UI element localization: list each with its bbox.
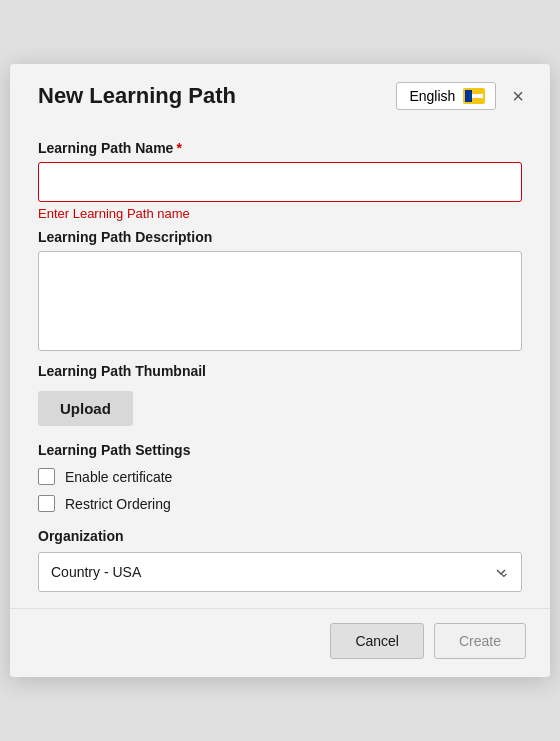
close-button[interactable]: × xyxy=(506,83,530,110)
required-marker: * xyxy=(176,140,181,156)
language-button[interactable]: English xyxy=(396,82,496,110)
restrict-ordering-checkbox[interactable] xyxy=(38,495,55,512)
thumbnail-section: Learning Path Thumbnail Upload xyxy=(38,363,522,426)
name-field-label: Learning Path Name* xyxy=(38,140,522,156)
description-field-group: Learning Path Description xyxy=(38,229,522,355)
name-error-message: Enter Learning Path name xyxy=(38,206,522,221)
organization-select-wrapper: Country - USA ⌄ xyxy=(38,552,522,592)
learning-path-description-input[interactable] xyxy=(38,251,522,351)
header-right: English × xyxy=(396,82,530,110)
thumbnail-label: Learning Path Thumbnail xyxy=(38,363,522,379)
ordering-checkbox-label: Restrict Ordering xyxy=(65,496,171,512)
ordering-checkbox-row: Restrict Ordering xyxy=(38,495,522,512)
settings-section: Learning Path Settings Enable certificat… xyxy=(38,442,522,512)
organization-select[interactable]: Country - USA xyxy=(38,552,522,592)
close-icon: × xyxy=(512,85,524,107)
create-button[interactable]: Create xyxy=(434,623,526,659)
modal-footer: Cancel Create xyxy=(10,608,550,677)
modal-body: Learning Path Name* Enter Learning Path … xyxy=(10,124,550,608)
cancel-button[interactable]: Cancel xyxy=(330,623,424,659)
certificate-checkbox-label: Enable certificate xyxy=(65,469,172,485)
svg-rect-3 xyxy=(465,90,472,102)
modal-title: New Learning Path xyxy=(38,83,236,109)
organization-section: Organization Country - USA ⌄ xyxy=(38,528,522,592)
name-field-group: Learning Path Name* Enter Learning Path … xyxy=(38,140,522,221)
modal-header: New Learning Path English × xyxy=(10,64,550,124)
certificate-checkbox-row: Enable certificate xyxy=(38,468,522,485)
description-field-label: Learning Path Description xyxy=(38,229,522,245)
upload-button[interactable]: Upload xyxy=(38,391,133,426)
modal-dialog: New Learning Path English × Learning Pat… xyxy=(10,64,550,677)
language-flag-icon xyxy=(463,88,485,104)
learning-path-name-input[interactable] xyxy=(38,162,522,202)
enable-certificate-checkbox[interactable] xyxy=(38,468,55,485)
settings-label: Learning Path Settings xyxy=(38,442,522,458)
organization-label: Organization xyxy=(38,528,522,544)
language-label: English xyxy=(409,88,455,104)
